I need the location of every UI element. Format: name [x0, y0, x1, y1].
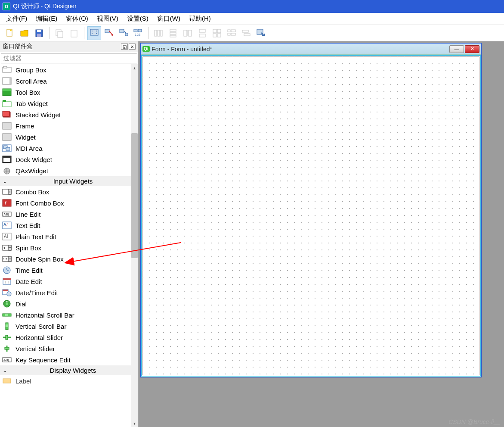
- svg-rect-34: [217, 34, 221, 37]
- widget-item-keyseq[interactable]: AB|Key Sequence Edit: [0, 354, 138, 365]
- menu-view[interactable]: 视图(V): [93, 13, 123, 24]
- svg-point-11: [96, 31, 97, 31]
- adjust-size-button[interactable]: [254, 26, 268, 40]
- layout-form-button[interactable]: [225, 26, 238, 40]
- scroll-down-icon[interactable]: ▾: [131, 420, 138, 427]
- menu-help[interactable]: 帮助(H): [185, 13, 215, 24]
- svg-rect-38: [231, 33, 235, 35]
- widget-item-mdi[interactable]: MDI Area: [0, 143, 138, 154]
- widget-item-hslider[interactable]: Horizontal Slider: [0, 332, 138, 343]
- svg-rect-27: [189, 30, 192, 36]
- paste-button[interactable]: [67, 26, 81, 40]
- save-button[interactable]: [32, 26, 46, 40]
- menu-file[interactable]: 文件(F): [2, 13, 31, 24]
- widget-item-dial[interactable]: Dial: [0, 298, 138, 309]
- svg-rect-49: [3, 100, 6, 102]
- break-layout-button[interactable]: [239, 26, 253, 40]
- menu-form[interactable]: 窗体(O): [62, 13, 93, 24]
- dspin-icon: 1.2: [2, 255, 12, 263]
- close-button[interactable]: ✕: [465, 45, 479, 53]
- widget-item-label: Vertical Scroll Bar: [15, 323, 66, 330]
- category-display-widgets[interactable]: ⌄Display Widgets: [0, 365, 138, 375]
- dock-title-label: 窗口部件盒: [3, 43, 33, 50]
- scrollbar[interactable]: ▴ ▾: [131, 64, 138, 427]
- svg-rect-7: [71, 30, 77, 37]
- widget-item-scrollarea[interactable]: Scroll Area: [0, 75, 138, 87]
- scrollbar-thumb[interactable]: [131, 133, 138, 258]
- svg-rect-30: [199, 34, 205, 37]
- svg-text:A: A: [3, 222, 6, 227]
- widget-item-spin[interactable]: 1Spin Box: [0, 242, 138, 253]
- dock-close-button[interactable]: ✕: [129, 44, 136, 50]
- form-titlebar[interactable]: Qt Form - Form - untitled* — ✕: [141, 44, 481, 55]
- tab-order-button[interactable]: 123: [131, 26, 145, 40]
- widget-item-stacked[interactable]: Stacked Widget: [0, 109, 138, 120]
- dock-title: 窗口部件盒 ◱ ✕: [0, 41, 138, 52]
- filter-input[interactable]: [1, 53, 137, 63]
- widget-item-dspin[interactable]: 1.2Double Spin Box: [0, 253, 138, 265]
- widget-item-label: Text Edit: [15, 222, 40, 229]
- svg-rect-4: [37, 34, 41, 37]
- widget-item-label: Tool Box: [15, 89, 40, 96]
- widget-item-dock[interactable]: Dock Widget: [0, 154, 138, 165]
- dock-float-button[interactable]: ◱: [121, 44, 128, 50]
- svg-rect-13: [105, 29, 109, 33]
- svg-rect-56: [6, 147, 10, 150]
- layout-h-button[interactable]: [152, 26, 165, 40]
- open-file-button[interactable]: [18, 26, 31, 40]
- widget-item-vscroll[interactable]: Vertical Scroll Bar: [0, 321, 138, 332]
- widget-item-toolbox[interactable]: Tool Box: [0, 87, 138, 98]
- widget-item-label[interactable]: Label: [0, 375, 138, 386]
- widget-item-widget[interactable]: Widget: [0, 131, 138, 143]
- widget-item-textedit[interactable]: AIText Edit: [0, 220, 138, 231]
- widget-item-plaintext[interactable]: AIPlain Text Edit: [0, 231, 138, 242]
- layout-v-button[interactable]: [166, 26, 180, 40]
- layout-vsplit-button[interactable]: [195, 26, 209, 40]
- svg-rect-81: [3, 278, 11, 280]
- new-file-button[interactable]: [3, 26, 17, 40]
- svg-rect-36: [231, 30, 235, 32]
- widget-item-label: Horizontal Scroll Bar: [15, 312, 74, 319]
- widget-item-label: Key Sequence Edit: [15, 356, 71, 364]
- scroll-up-icon[interactable]: ▴: [131, 64, 138, 72]
- widget-item-vslider[interactable]: Vertical Slider: [0, 343, 138, 354]
- chevron-down-icon: ⌄: [1, 368, 9, 374]
- buddies-button[interactable]: [117, 26, 130, 40]
- widget-item-datetime[interactable]: Date/Time Edit: [0, 287, 138, 298]
- toolbar: 123: [0, 25, 504, 41]
- menu-settings[interactable]: 设置(S): [123, 13, 153, 24]
- menu-window[interactable]: 窗口(W): [153, 13, 185, 24]
- layout-hsplit-button[interactable]: [181, 26, 195, 40]
- widget-item-time[interactable]: Time Edit: [0, 265, 138, 276]
- layout-grid-button[interactable]: [210, 26, 224, 40]
- widget-item-qax[interactable]: QAxWidget: [0, 165, 138, 176]
- app-icon: D: [3, 3, 10, 10]
- widget-item-hscroll[interactable]: Horizontal Scroll Bar: [0, 309, 138, 321]
- svg-rect-43: [3, 66, 7, 68]
- widget-list[interactable]: Group BoxScroll AreaTool BoxTab WidgetSt…: [0, 64, 138, 427]
- svg-rect-62: [3, 199, 11, 206]
- form-canvas[interactable]: [142, 56, 479, 375]
- minimize-button[interactable]: —: [449, 45, 464, 53]
- widget-item-combo[interactable]: Combo Box: [0, 186, 138, 197]
- menu-edit[interactable]: 编辑(E): [31, 13, 62, 24]
- widget-item-lineedit[interactable]: AB|Line Edit: [0, 209, 138, 220]
- svg-rect-24: [170, 32, 176, 34]
- signals-slots-button[interactable]: [102, 26, 116, 40]
- widget-item-groupbox[interactable]: Group Box: [0, 64, 138, 75]
- widget-item-date[interactable]: Date Edit: [0, 276, 138, 287]
- widget-item-tabwidget[interactable]: Tab Widget: [0, 98, 138, 109]
- widget-item-label: Group Box: [15, 66, 46, 74]
- svg-point-88: [6, 302, 8, 305]
- category-input-widgets[interactable]: ⌄Input Widgets: [0, 176, 138, 186]
- form-window[interactable]: Qt Form - Form - untitled* — ✕: [140, 43, 482, 377]
- widget-item-fontcombo[interactable]: fFont Combo Box: [0, 197, 138, 209]
- app-titlebar: D Qt 设计师 - Qt Designer: [0, 0, 504, 13]
- widget-item-frame[interactable]: Frame: [0, 120, 138, 131]
- copy-button[interactable]: [53, 26, 66, 40]
- widget-item-label: Scroll Area: [15, 78, 47, 85]
- svg-rect-6: [58, 31, 63, 37]
- design-canvas[interactable]: Qt Form - Form - untitled* — ✕: [139, 41, 504, 427]
- svg-point-12: [96, 33, 97, 34]
- edit-widgets-button[interactable]: [87, 26, 101, 40]
